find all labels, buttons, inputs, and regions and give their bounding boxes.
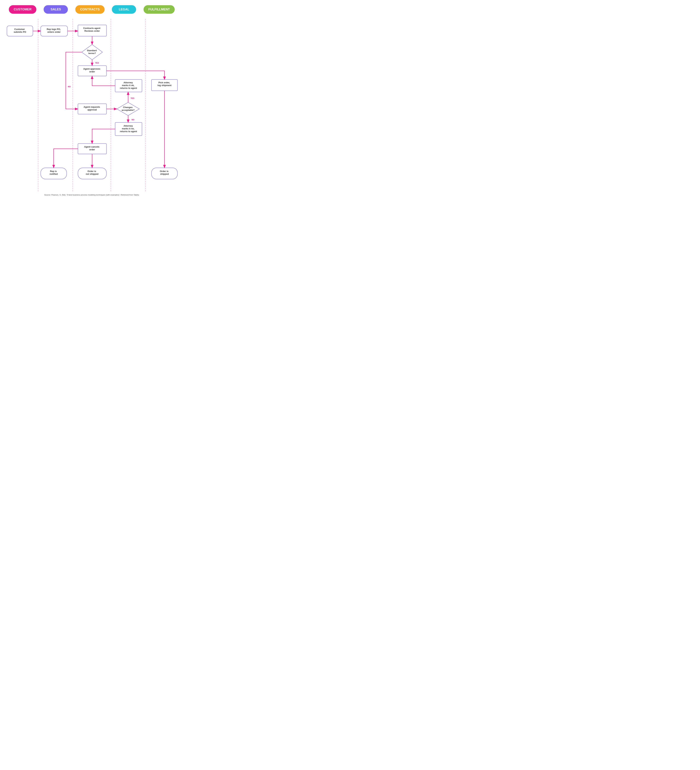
svg-text:Rep is
      notified: Rep is notified — [50, 170, 58, 175]
flowchart-svg: Customer submits PO Rep logs PO, enters … — [3, 19, 180, 192]
column-headers: CUSTOMER SALES CONTRACTS LEGAL FULFILLME… — [3, 5, 180, 14]
header-sales: SALES — [44, 5, 68, 14]
svg-text:Changes
      acceptable?: Changes acceptable? — [121, 106, 134, 112]
svg-text:Order is
      shipped: Order is shipped — [160, 170, 169, 175]
header-legal: LEGAL — [112, 5, 136, 14]
source-citation: Source: Pearson, S. (Nd). '9 best busine… — [3, 194, 180, 199]
customer-submits-po-label: Customer submits PO — [14, 28, 26, 33]
header-fulfillment: FULFILLMENT — [144, 5, 175, 14]
header-contracts: CONTRACTS — [75, 5, 105, 14]
svg-text:Pick order,
      log shipment: Pick order, log shipment — [158, 81, 172, 87]
svg-text:NO: NO — [132, 119, 134, 121]
svg-text:NO: NO — [68, 86, 71, 87]
svg-text:Contracts agent
      Reviews : Contracts agent Reviews order — [83, 27, 101, 32]
svg-text:Rep logs PO,
      enters orde: Rep logs PO, enters order — [47, 28, 61, 33]
svg-text:YES: YES — [131, 97, 134, 99]
svg-text:Standard
      terms?: Standard terms? — [87, 49, 97, 55]
svg-text:Order is
      not shipped: Order is not shipped — [86, 170, 99, 175]
svg-text:YES: YES — [95, 62, 99, 64]
header-customer: CUSTOMER — [9, 5, 36, 14]
diagram-container: CUSTOMER SALES CONTRACTS LEGAL FULFILLME… — [0, 0, 184, 210]
